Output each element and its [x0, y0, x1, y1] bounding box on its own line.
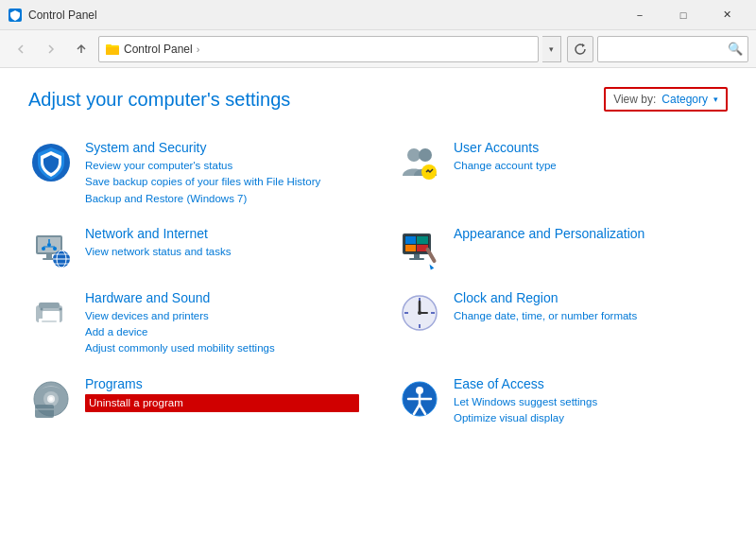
- search-wrapper: 🔍: [597, 36, 748, 62]
- svg-rect-27: [405, 245, 416, 251]
- breadcrumb: Control Panel: [124, 43, 193, 56]
- category-ease-of-access: Ease of Access Let Windows suggest setti…: [397, 371, 728, 433]
- svg-point-48: [418, 311, 421, 315]
- system-security-link-2[interactable]: Save backup copies of your files with Fi…: [85, 174, 359, 190]
- hardware-sound-link-3[interactable]: Adjust commonly used mobility settings: [85, 340, 359, 356]
- svg-rect-54: [35, 405, 54, 418]
- page-header: Adjust your computer's settings View by:…: [28, 87, 728, 112]
- svg-rect-2: [106, 47, 119, 55]
- svg-rect-26: [417, 236, 428, 244]
- close-button[interactable]: ✕: [705, 0, 748, 30]
- clock-region-link-1[interactable]: Change date, time, or number formats: [454, 308, 728, 324]
- svg-rect-25: [405, 236, 416, 244]
- user-accounts-title[interactable]: User Accounts: [454, 140, 728, 155]
- title-bar-controls: − □ ✕: [618, 0, 748, 30]
- hardware-sound-icon: [28, 290, 74, 336]
- system-security-title[interactable]: System and Security: [85, 140, 359, 155]
- svg-point-15: [53, 247, 57, 251]
- svg-point-11: [47, 243, 51, 247]
- svg-point-7: [419, 148, 432, 162]
- search-input[interactable]: [597, 36, 748, 62]
- programs-title[interactable]: Programs: [85, 376, 359, 391]
- hardware-sound-content: Hardware and Sound View devices and prin…: [85, 290, 359, 357]
- svg-point-53: [49, 397, 53, 401]
- breadcrumb-folder-icon: [105, 42, 120, 57]
- system-security-icon: [28, 140, 74, 185]
- system-security-content: System and Security Review your computer…: [85, 140, 359, 207]
- ease-of-access-title[interactable]: Ease of Access: [454, 376, 728, 391]
- breadcrumb-arrow: ›: [197, 43, 200, 55]
- page-title: Adjust your computer's settings: [28, 89, 290, 111]
- ease-of-access-content: Ease of Access Let Windows suggest setti…: [454, 376, 728, 427]
- svg-rect-37: [43, 311, 60, 320]
- refresh-button[interactable]: [567, 36, 593, 62]
- categories-grid: System and Security Review your computer…: [28, 134, 728, 432]
- programs-link-1[interactable]: Uninstall a program: [85, 394, 359, 412]
- svg-point-39: [60, 307, 62, 310]
- svg-rect-29: [414, 254, 420, 258]
- category-system-security: System and Security Review your computer…: [28, 134, 359, 213]
- user-accounts-content: User Accounts Change account type: [454, 140, 728, 174]
- network-internet-title[interactable]: Network and Internet: [85, 226, 359, 241]
- network-internet-icon: [28, 226, 74, 271]
- appearance-personalization-content: Appearance and Personalization: [454, 226, 728, 244]
- view-by-label: View by:: [613, 93, 656, 106]
- address-dropdown[interactable]: ▾: [542, 36, 561, 62]
- svg-point-6: [407, 148, 421, 162]
- category-programs: Programs Uninstall a program: [28, 371, 359, 433]
- category-network-internet: Network and Internet View network status…: [28, 220, 359, 277]
- category-user-accounts: User Accounts Change account type: [397, 134, 728, 213]
- back-button[interactable]: [8, 36, 34, 62]
- svg-point-14: [42, 247, 45, 251]
- network-internet-content: Network and Internet View network status…: [85, 226, 359, 260]
- svg-rect-36: [42, 320, 57, 322]
- minimize-button[interactable]: −: [618, 0, 662, 30]
- ease-of-access-link-2[interactable]: Optimize visual display: [454, 410, 728, 426]
- title-bar: Control Panel − □ ✕: [0, 0, 756, 30]
- maximize-button[interactable]: □: [662, 0, 705, 30]
- ease-of-access-icon: [397, 376, 442, 422]
- svg-rect-16: [46, 254, 52, 258]
- user-accounts-icon: [397, 140, 442, 185]
- system-security-link-3[interactable]: Backup and Restore (Windows 7): [85, 191, 359, 207]
- svg-marker-4: [582, 43, 585, 47]
- title-bar-icon: [8, 8, 23, 23]
- search-icon: 🔍: [728, 42, 743, 56]
- forward-button[interactable]: [38, 36, 64, 62]
- title-bar-title: Control Panel: [28, 9, 618, 22]
- category-appearance-personalization: Appearance and Personalization: [397, 220, 728, 277]
- category-hardware-sound: Hardware and Sound View devices and prin…: [28, 285, 359, 363]
- view-by-control[interactable]: View by: Category ▾: [604, 87, 728, 112]
- view-by-value[interactable]: Category: [662, 93, 708, 106]
- system-security-link-1[interactable]: Review your computer's status: [85, 158, 359, 174]
- appearance-personalization-icon: [397, 226, 442, 271]
- svg-rect-3: [106, 44, 112, 47]
- main-content: Adjust your computer's settings View by:…: [0, 68, 756, 536]
- appearance-personalization-title[interactable]: Appearance and Personalization: [454, 226, 728, 241]
- hardware-sound-link-2[interactable]: Add a device: [85, 324, 359, 340]
- svg-point-38: [41, 307, 43, 310]
- network-internet-link-1[interactable]: View network status and tasks: [85, 244, 359, 260]
- view-by-arrow-icon: ▾: [713, 95, 718, 104]
- user-accounts-link-1[interactable]: Change account type: [454, 158, 728, 174]
- svg-rect-34: [39, 303, 60, 308]
- clock-region-title[interactable]: Clock and Region: [454, 290, 728, 305]
- programs-icon: [28, 376, 74, 422]
- clock-region-icon: [397, 290, 442, 336]
- programs-content: Programs Uninstall a program: [85, 376, 359, 412]
- clock-region-content: Clock and Region Change date, time, or n…: [454, 290, 728, 324]
- svg-marker-32: [428, 263, 434, 269]
- ease-of-access-link-1[interactable]: Let Windows suggest settings: [454, 394, 728, 410]
- address-bar: Control Panel › ▾ 🔍: [0, 30, 756, 68]
- category-clock-region: Clock and Region Change date, time, or n…: [397, 285, 728, 363]
- hardware-sound-link-1[interactable]: View devices and printers: [85, 308, 359, 324]
- hardware-sound-title[interactable]: Hardware and Sound: [85, 290, 359, 305]
- svg-rect-30: [409, 258, 424, 260]
- up-button[interactable]: [68, 36, 94, 62]
